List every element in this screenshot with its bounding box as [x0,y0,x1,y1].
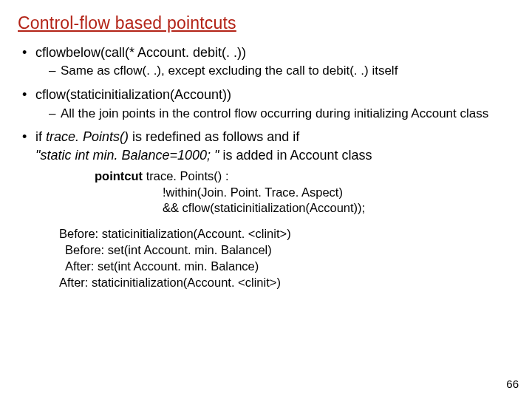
bullet-3-line2-rest: is added in Account class [219,148,372,163]
keyword-pointcut: pointcut [95,169,143,183]
bullet-1-text: cflowbelow(call(* Account. debit(. .)) [35,45,246,60]
page-number: 66 [506,378,519,390]
code-line-1: pointcut trace. Points() : [95,169,229,183]
code-line-2: !within(Join. Point. Trace. Aspect) [95,185,517,200]
bullet-3-line2-italic: "static int min. Balance=1000; " [35,148,219,163]
bullet-3-if: if [35,129,46,144]
bullet-3: if trace. Points() is redefined as follo… [22,128,517,290]
output-line-4: After: staticinitialization(Account. <cl… [59,275,517,291]
bullet-1-sub: Same as cflow(. .), except excluding the… [35,63,517,80]
bullet-3-line2: "static int min. Balance=1000; " is adde… [35,146,517,164]
bullet-3-line1: if trace. Points() is redefined as follo… [35,129,299,144]
code-line-3: && cflow(staticinitialization(Account)); [95,200,517,216]
bullet-1: cflowbelow(call(* Account. debit(. .)) S… [22,44,517,80]
output-line-3: After: set(int Account. min. Balance) [59,259,517,275]
code-line-1-rest: trace. Points() : [143,169,228,183]
bullet-2-sub-text: All the join points in the control flow … [49,106,517,123]
bullet-1-sub-text: Same as cflow(. .), except excluding the… [49,63,517,80]
output-line-2: Before: set(int Account. min. Balancel) [59,242,517,259]
bullet-2: cflow(staticinitialization(Account)) All… [22,86,517,122]
slide-title: Control-flow based pointcuts [18,13,517,33]
bullet-2-sub: All the join points in the control flow … [35,106,517,123]
bullet-3-rest: is redefined as follows and if [129,129,299,144]
output-line-1: Before: staticinitialization(Account. <c… [59,226,517,242]
pointcut-code: pointcut trace. Points() : !within(Join.… [95,168,517,216]
bullet-2-text: cflow(staticinitialization(Account)) [35,87,231,102]
trace-output: Before: staticinitialization(Account. <c… [59,226,517,290]
bullet-list: cflowbelow(call(* Account. debit(. .)) S… [15,44,517,290]
slide: Control-flow based pointcuts cflowbelow(… [0,0,532,399]
bullet-3-italic: trace. Points() [46,129,129,144]
